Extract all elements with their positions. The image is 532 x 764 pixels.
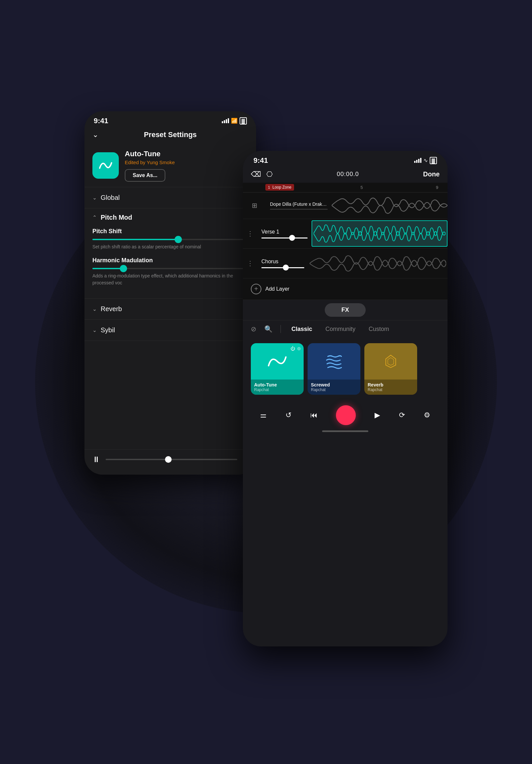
add-layer-button[interactable]: + [251, 284, 261, 294]
tab-classic[interactable]: Classic [289, 324, 315, 334]
home-indicator [322, 430, 368, 432]
done-button[interactable]: Done [423, 170, 440, 178]
back-icon-right[interactable]: ⌫ [251, 170, 261, 179]
wifi-icon-left: 📶 [231, 117, 238, 124]
app-name: Auto-Tune [125, 150, 248, 158]
verse-track-waveform [312, 220, 448, 247]
preset-tabs: ⊘ 🔍 Classic Community Custom [243, 320, 448, 338]
preset-name-autotune: Auto-Tune [254, 382, 300, 387]
status-bar-left: 9:41 📶 ▓ [84, 111, 256, 128]
preset-card-autotune[interactable]: ⏻ ⊜ Auto-Tune Rapchat [251, 343, 304, 395]
pitch-mod-label: Pitch Mod [101, 214, 132, 221]
chevron-down-icon: ⌄ [92, 195, 97, 201]
timeline: 1 Loop Zone 5 9 ⊞ Dope Dilla (Future x D… [243, 183, 448, 300]
preset-grid: ⏻ ⊜ Auto-Tune Rapchat [243, 338, 448, 400]
preset-card-autotune-body: ⏻ ⊜ [251, 343, 304, 380]
loop-zone-num: 1 [268, 185, 270, 189]
top-bar-left: ⌫ ⎔ [251, 170, 273, 179]
chevron-up-icon: ⌃ [92, 214, 97, 221]
tab-divider [281, 325, 281, 333]
filter-button[interactable]: ⊘ [251, 325, 256, 333]
preset-name-screwed: Screwed [311, 382, 357, 387]
pitch-mod-header[interactable]: ⌃ Pitch Mod [92, 214, 248, 221]
preset-card-autotune-info: Auto-Tune Rapchat [251, 380, 304, 395]
main-track-slider[interactable] [270, 209, 328, 210]
play-button[interactable]: ▶ [375, 411, 380, 420]
loop-zone-label: 1 Loop Zone [265, 184, 294, 191]
chorus-track-info: Chorus [257, 256, 308, 271]
status-time-right: 9:41 [253, 156, 268, 165]
sybil-section[interactable]: ⌄ Sybil [84, 320, 256, 341]
preset-card-screwed-body [308, 343, 360, 380]
undo-button[interactable]: ↺ [286, 411, 291, 420]
verse-track-row: ⋮ Verse 1 [243, 219, 448, 249]
preset-card-reverb-body [364, 343, 417, 380]
back-button[interactable]: ⌄ [92, 130, 98, 139]
preset-card-screwed[interactable]: Screwed Rapchat [308, 343, 360, 395]
harmonic-mod-desc: Adds a ring-modulation type effect, whic… [92, 273, 248, 286]
mixer-button[interactable]: ⚌ [260, 411, 267, 420]
search-button[interactable]: 🔍 [264, 325, 273, 333]
skip-forward-button[interactable]: ⟳ [399, 411, 405, 420]
svg-marker-0 [386, 355, 396, 368]
verse-track-info: Verse 1 [257, 226, 312, 241]
share-icon[interactable]: ⎔ [266, 170, 273, 179]
reverb-section[interactable]: ⌄ Reverb [84, 298, 256, 320]
pause-icon[interactable]: ⏸ [92, 455, 100, 464]
reverb-label: Reverb [101, 305, 122, 313]
svg-marker-1 [388, 357, 394, 365]
chevron-down-icon-sybil: ⌄ [92, 327, 97, 333]
chorus-track-slider[interactable] [261, 267, 304, 268]
pitch-shift-desc: Set pitch shift ratio as a scalar percen… [92, 244, 248, 250]
fx-button[interactable]: FX [325, 303, 365, 317]
global-section[interactable]: ⌄ Global [84, 187, 256, 208]
app-info: Auto-Tune Edited by Yung Smoke Save As..… [125, 150, 248, 182]
preset-author-reverb: Rapchat [368, 387, 414, 392]
sybil-label: Sybil [101, 326, 115, 334]
bottom-controls: ⚌ ↺ ⏮ ▶ ⟳ ⚙ [243, 400, 448, 428]
phone-left: 9:41 📶 ▓ ⌄ Preset Settings [84, 111, 256, 475]
add-layer-row[interactable]: + Add Layer [243, 279, 448, 300]
power-icon: ⏻ [290, 346, 295, 351]
playback-slider[interactable] [106, 459, 237, 460]
wifi-icon-right: ∿ [423, 157, 428, 163]
chorus-track-waveform [308, 251, 448, 276]
record-button[interactable] [336, 405, 356, 425]
status-time-left: 9:41 [94, 116, 108, 125]
save-as-button[interactable]: Save As... [125, 169, 165, 182]
preset-author-autotune: Rapchat [254, 387, 300, 392]
bottom-playback-bar: ⏸ ↺ [84, 449, 256, 475]
ruler-num-5: 5 [360, 185, 363, 190]
preset-header: ⌄ Preset Settings [84, 128, 256, 144]
main-track-waveform [332, 194, 448, 217]
app-icon [92, 152, 119, 179]
pitch-shift-label: Pitch Shift [92, 228, 248, 235]
settings-button[interactable]: ⚙ [424, 411, 430, 420]
status-icons-right: ∿ ▓ [414, 157, 437, 164]
timeline-ruler: 1 Loop Zone 5 9 [243, 183, 448, 193]
track-grid-icon: ⊞ [243, 202, 266, 209]
verse-track-dots[interactable]: ⋮ [243, 230, 257, 238]
tab-custom[interactable]: Custom [366, 324, 392, 334]
skip-back-button[interactable]: ⏮ [310, 411, 318, 420]
tab-community[interactable]: Community [323, 324, 358, 334]
app-block: Auto-Tune Edited by Yung Smoke Save As..… [84, 144, 256, 187]
chorus-track-dots[interactable]: ⋮ [243, 259, 257, 267]
fx-button-row: FX [243, 300, 448, 320]
phone-right: 9:41 ∿ ▓ ⌫ ⎔ 00:00.0 Done [243, 151, 448, 647]
global-label: Global [101, 194, 120, 202]
status-icons-left: 📶 ▓ [222, 117, 247, 124]
chorus-track-row: ⋮ Chorus [243, 249, 448, 279]
preset-card-screwed-info: Screwed Rapchat [308, 380, 360, 395]
signal-icon-right [414, 158, 421, 163]
verse-track-slider[interactable] [261, 238, 308, 239]
verse-track-label: Verse 1 [261, 229, 308, 235]
pitch-shift-slider[interactable] [92, 239, 248, 240]
preset-top-icons: ⏻ ⊜ [290, 346, 301, 351]
app-edited: Edited by Yung Smoke [125, 159, 248, 165]
chevron-down-icon-reverb: ⌄ [92, 306, 97, 312]
preset-name-reverb: Reverb [368, 382, 414, 387]
time-display: 00:00.0 [336, 171, 359, 178]
preset-card-reverb[interactable]: Reverb Rapchat [364, 343, 417, 395]
harmonic-mod-slider[interactable] [92, 268, 248, 269]
